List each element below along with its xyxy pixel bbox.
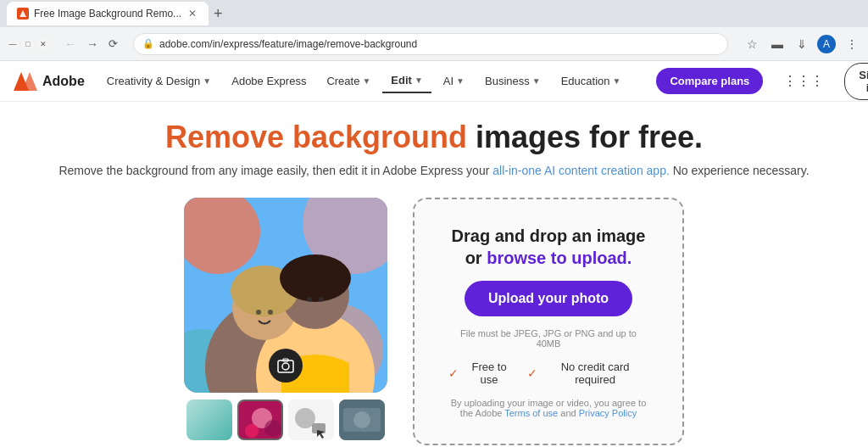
page-subtitle: Remove the background from any image eas… — [34, 164, 834, 177]
address-bar[interactable]: 🔒 adobe.com/in/express/feature/image/rem… — [133, 33, 728, 55]
nav-item-edit[interactable]: Edit ▼ — [382, 69, 431, 93]
privacy-policy-link[interactable]: Privacy Policy — [579, 408, 637, 418]
apps-grid-button[interactable]: ⋮⋮⋮ — [776, 70, 831, 92]
upload-section: Drag and drop an image or browse to uplo… — [413, 198, 684, 445]
file-types-text: File must be JPEG, JPG or PNG and up to … — [448, 328, 648, 349]
feature-free: ✓ Free to use — [448, 360, 515, 386]
bookmark-button[interactable]: ☆ — [743, 36, 761, 53]
browse-link[interactable]: browse to upload. — [487, 249, 632, 267]
compare-plans-button[interactable]: Compare plans — [656, 68, 763, 94]
svg-point-31 — [353, 411, 370, 428]
main-content: Remove background images for free. Remov… — [0, 102, 868, 447]
check-icon-2: ✓ — [527, 366, 537, 380]
adobe-logo-text: Adobe — [42, 74, 85, 89]
thumbnail-3[interactable] — [288, 400, 334, 440]
thumbnail-2[interactable] — [237, 400, 283, 440]
svg-point-13 — [280, 254, 351, 302]
chevron-down-icon: ▼ — [415, 75, 423, 85]
back-button[interactable]: ← — [61, 36, 80, 53]
chevron-down-icon: ▼ — [613, 76, 621, 86]
navigation-arrows: ← → ⟳ — [61, 36, 121, 53]
headline-black: images for free. — [476, 120, 703, 154]
svg-point-15 — [268, 310, 273, 315]
nav-items: Creativity & Design ▼ Adobe Express Crea… — [98, 69, 630, 93]
headline-colored: Remove background — [165, 120, 467, 154]
new-tab-button[interactable]: + — [209, 5, 228, 23]
svg-point-14 — [256, 310, 261, 315]
adobe-logo-icon — [14, 72, 37, 91]
tab-favicon — [17, 8, 29, 20]
content-area: Drag and drop an image or browse to uplo… — [34, 198, 834, 445]
thumbnail-1[interactable] — [186, 400, 232, 440]
photo-overlay-button[interactable] — [269, 349, 303, 383]
svg-point-17 — [319, 297, 324, 302]
tab-title: Free Image Background Remo... — [34, 8, 181, 20]
nav-item-create[interactable]: Create ▼ — [318, 70, 379, 92]
feature-no-card: ✓ No credit card required — [527, 360, 648, 386]
maximize-button[interactable]: □ — [22, 38, 34, 50]
subtitle-highlight: all-in-one AI content creation app. — [492, 164, 670, 177]
address-text: adobe.com/in/express/feature/image/remov… — [159, 38, 719, 50]
extensions-button[interactable]: ▬ — [768, 36, 787, 53]
svg-point-23 — [245, 424, 259, 438]
secure-icon: 🔒 — [142, 38, 154, 49]
thumbnail-4[interactable] — [339, 400, 385, 440]
drag-drop-text: Drag and drop an image or browse to uplo… — [452, 225, 646, 269]
chevron-down-icon: ▼ — [532, 76, 541, 86]
thumbnail-row — [186, 400, 385, 440]
nav-item-education[interactable]: Education ▼ — [553, 70, 630, 92]
tab-close-button[interactable]: ✕ — [186, 8, 198, 20]
menu-button[interactable]: ⋮ — [843, 36, 861, 53]
svg-marker-0 — [19, 10, 26, 17]
upload-photo-button[interactable]: Upload your photo — [465, 281, 632, 316]
svg-point-24 — [264, 420, 281, 437]
nav-item-business[interactable]: Business ▼ — [476, 70, 549, 92]
nav-item-creativity[interactable]: Creativity & Design ▼ — [98, 70, 220, 92]
forward-button[interactable]: → — [83, 36, 102, 53]
close-button[interactable]: ✕ — [37, 38, 49, 50]
browser-actions: ☆ ▬ ⇓ A ⋮ — [743, 35, 861, 53]
svg-point-19 — [282, 363, 289, 370]
image-preview-section — [184, 198, 387, 440]
chevron-down-icon: ▼ — [456, 76, 465, 86]
svg-point-16 — [307, 297, 312, 302]
terms-of-use-link[interactable]: Terms of use — [504, 408, 558, 418]
nav-item-ai[interactable]: AI ▼ — [435, 70, 473, 92]
window-controls: — □ ✕ — [7, 38, 49, 50]
download-button[interactable]: ⇓ — [793, 36, 810, 53]
sign-in-button[interactable]: Sign in — [844, 63, 868, 100]
chevron-down-icon: ▼ — [203, 76, 211, 86]
check-icon-1: ✓ — [448, 366, 459, 380]
upload-terms: By uploading your image or video, you ag… — [448, 398, 648, 418]
refresh-button[interactable]: ⟳ — [105, 36, 121, 53]
adobe-logo[interactable]: Adobe — [14, 72, 85, 91]
adobe-navigation: Adobe Creativity & Design ▼ Adobe Expres… — [0, 61, 868, 102]
main-preview-image — [184, 198, 387, 393]
tab-bar: Free Image Background Remo... ✕ + — [0, 0, 868, 27]
profile-button[interactable]: A — [817, 35, 836, 53]
browser-chrome: — □ ✕ ← → ⟳ 🔒 adobe.com/in/express/featu… — [0, 27, 868, 61]
chevron-down-icon: ▼ — [362, 76, 370, 86]
upload-features: ✓ Free to use ✓ No credit card required — [448, 360, 648, 386]
nav-item-express[interactable]: Adobe Express — [223, 70, 314, 92]
browser-tab[interactable]: Free Image Background Remo... ✕ — [7, 2, 209, 25]
minimize-button[interactable]: — — [7, 38, 19, 50]
page-headline: Remove background images for free. — [34, 119, 834, 155]
svg-rect-18 — [278, 360, 293, 372]
